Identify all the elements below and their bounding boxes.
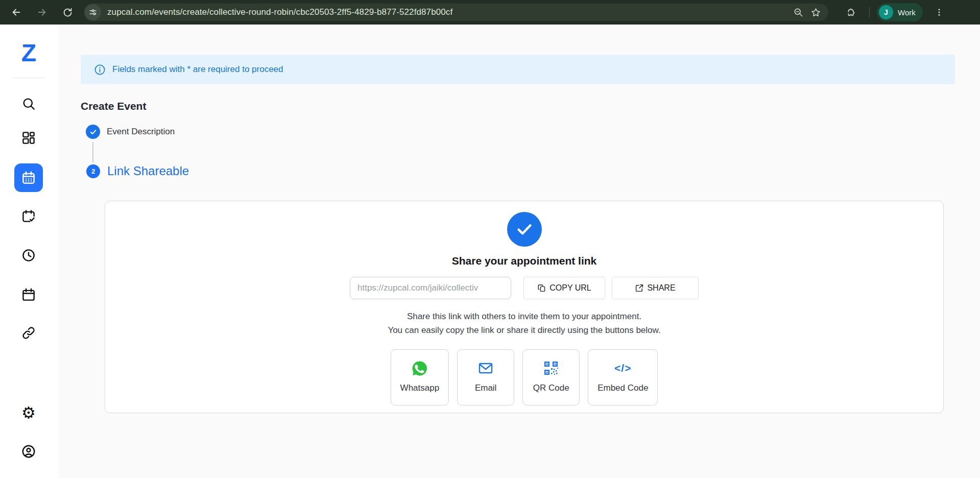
zoom-out-button[interactable]: [790, 4, 807, 21]
site-settings-button[interactable]: [85, 4, 101, 20]
whatsapp-label: Whatsapp: [400, 383, 440, 393]
toolbar-separator: [869, 7, 870, 17]
step-1-label: Event Description: [107, 127, 175, 137]
info-icon: [94, 64, 106, 76]
copy-url-label: COPY URL: [549, 283, 591, 293]
calendar-icon: [21, 170, 36, 185]
success-check-badge: [507, 212, 542, 247]
whatsapp-icon: [412, 360, 427, 376]
copy-icon: [537, 283, 546, 293]
email-icon: [477, 360, 494, 376]
step-2-label: Link Shareable: [107, 164, 189, 178]
sidebar-item-availability[interactable]: [18, 245, 39, 266]
clock-icon: [21, 248, 36, 263]
stepper-step-1[interactable]: Event Description: [86, 125, 175, 139]
external-share-icon: [635, 283, 644, 293]
required-fields-banner: Fields marked with * are required to pro…: [81, 55, 955, 84]
sidebar-divider: [12, 78, 45, 78]
bookmark-button[interactable]: [807, 4, 824, 21]
link-icon: [21, 325, 36, 341]
email-label: Email: [475, 383, 497, 393]
check-icon: [515, 220, 534, 238]
calendar-plain-icon: [21, 287, 36, 302]
bookmark-star-icon: [810, 7, 821, 18]
sidebar-item-events-active[interactable]: [14, 163, 43, 192]
reload-icon: [62, 7, 73, 18]
sidebar: Z: [0, 25, 58, 478]
copy-url-button[interactable]: COPY URL: [523, 277, 605, 299]
url-text[interactable]: zupcal.com/events/create/collective-roun…: [107, 7, 790, 17]
profile-icon: [21, 444, 36, 459]
back-icon: [11, 7, 22, 18]
sidebar-item-calendar[interactable]: [18, 284, 39, 305]
qr-code-label: QR Code: [533, 383, 569, 393]
page-title: Create Event: [81, 100, 146, 112]
sidebar-item-bookings[interactable]: [18, 206, 39, 226]
more-vertical-icon: [935, 8, 944, 17]
check-icon: [89, 128, 97, 136]
profile-name: Work: [898, 8, 916, 17]
share-button[interactable]: SHARE: [612, 277, 699, 299]
app-logo[interactable]: Z: [0, 41, 58, 65]
extensions-puzzle-icon: [845, 7, 856, 18]
stepper-step-2[interactable]: 2 Link Shareable: [86, 164, 189, 178]
dashboard-icon: [21, 130, 36, 146]
forward-icon: [36, 7, 47, 18]
tune-icon: [88, 8, 98, 17]
sidebar-item-search[interactable]: [18, 93, 39, 114]
whatsapp-share-button[interactable]: Whatsapp: [391, 349, 449, 405]
link-row: COPY URL SHARE: [350, 277, 699, 299]
back-button[interactable]: [6, 2, 27, 22]
reload-button[interactable]: [57, 2, 78, 22]
embed-code-icon: </>: [614, 360, 631, 376]
banner-text: Fields marked with * are required to pro…: [112, 64, 283, 75]
qr-code-icon: [543, 360, 559, 376]
gear-icon: ⚙: [21, 405, 36, 421]
sidebar-item-dashboard[interactable]: [18, 128, 39, 148]
share-description-line1: Share this link with others to invite th…: [388, 309, 660, 323]
main-content: Fields marked with * are required to pro…: [58, 25, 980, 478]
browser-profile-button[interactable]: J Work: [877, 3, 923, 21]
share-label: SHARE: [647, 283, 675, 293]
share-options-row: Whatsapp Email: [391, 349, 658, 405]
forward-button[interactable]: [32, 2, 52, 22]
address-bar[interactable]: zupcal.com/events/create/collective-roun…: [84, 4, 828, 21]
share-link-card: Share your appointment link COPY URL SHA…: [105, 201, 944, 413]
sidebar-item-settings[interactable]: ⚙: [18, 402, 39, 423]
qr-code-share-button[interactable]: QR Code: [522, 349, 580, 405]
browser-toolbar: zupcal.com/events/create/collective-roun…: [0, 0, 980, 25]
avatar: J: [879, 5, 893, 19]
appointment-link-input[interactable]: [350, 277, 511, 299]
email-share-button[interactable]: Email: [457, 349, 514, 405]
sidebar-item-profile[interactable]: [18, 441, 39, 462]
extensions-button[interactable]: [841, 2, 861, 22]
stepper-connector: [92, 142, 93, 162]
card-heading: Share your appointment link: [452, 255, 597, 267]
embed-code-share-button[interactable]: </> Embed Code: [588, 349, 658, 405]
step-2-number-badge: 2: [86, 164, 100, 178]
search-icon: [21, 96, 36, 111]
calendar-check-icon: [21, 208, 36, 224]
step-1-completed-badge: [86, 125, 100, 139]
sidebar-item-links[interactable]: [18, 323, 39, 343]
share-description: Share this link with others to invite th…: [388, 309, 660, 337]
share-description-line2: You can easily copy the link or share it…: [388, 323, 660, 337]
embed-code-label: Embed Code: [597, 383, 648, 393]
browser-menu-button[interactable]: [929, 2, 949, 22]
zoom-out-icon: [793, 7, 803, 17]
